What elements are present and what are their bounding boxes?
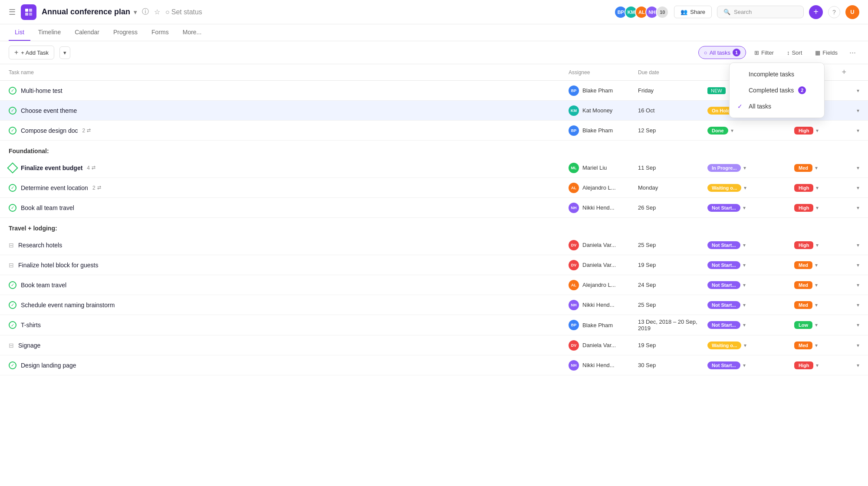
row-more-icon[interactable]: ▾ xyxy=(846,302,859,308)
task-name[interactable]: Choose event theme xyxy=(21,107,77,114)
add-task-button[interactable]: + + Add Task xyxy=(9,46,54,59)
info-icon[interactable]: ⓘ xyxy=(142,7,149,16)
task-check-icon[interactable]: ✓ xyxy=(9,321,16,329)
row-expand-icon[interactable]: ▾ xyxy=(816,362,819,368)
row-more-icon[interactable]: ▾ xyxy=(846,242,859,248)
task-check-icon[interactable]: ✓ xyxy=(9,281,16,289)
fields-button[interactable]: ▦ Fields xyxy=(810,47,842,59)
row-more-icon[interactable]: ▾ xyxy=(846,262,859,268)
sort-button[interactable]: ↕ Sort xyxy=(782,47,807,59)
status-badge[interactable]: Not Start... xyxy=(707,261,740,269)
row-more-icon[interactable]: ▾ xyxy=(846,362,859,368)
task-name[interactable]: Finalize event budget xyxy=(21,164,82,171)
status-badge[interactable]: NEW xyxy=(707,87,726,94)
task-name[interactable]: Book team travel xyxy=(21,282,66,289)
row-expand-icon[interactable]: ▾ xyxy=(815,322,818,328)
task-name[interactable]: Compose design doc xyxy=(21,127,78,134)
priority-badge[interactable]: Med xyxy=(794,164,812,172)
row-expand-icon[interactable]: ▾ xyxy=(815,262,818,268)
status-dropdown-icon[interactable]: ▾ xyxy=(731,128,733,134)
all-tasks-filter-button[interactable]: ○ All tasks 1 xyxy=(698,46,746,59)
status-badge[interactable]: Done xyxy=(707,127,728,135)
status-badge[interactable]: In Progre... xyxy=(707,164,741,172)
status-dropdown-icon[interactable]: ▾ xyxy=(743,262,746,268)
task-check-icon[interactable]: ✓ xyxy=(9,184,16,192)
status-badge[interactable]: Not Start... xyxy=(707,321,740,329)
task-check-icon[interactable]: ✓ xyxy=(9,127,16,135)
task-check-icon[interactable]: ✓ xyxy=(9,87,16,95)
status-dropdown-icon[interactable]: ▾ xyxy=(743,302,746,308)
row-more-icon[interactable]: ▾ xyxy=(846,342,859,348)
row-expand-icon[interactable]: ▾ xyxy=(815,342,818,348)
add-column-button[interactable]: + xyxy=(842,68,846,77)
tab-more[interactable]: More... xyxy=(177,24,208,41)
task-name[interactable]: Research hotels xyxy=(18,242,62,249)
priority-badge[interactable]: Med xyxy=(794,301,812,309)
priority-badge[interactable]: Low xyxy=(794,321,812,329)
status-badge[interactable]: Not Start... xyxy=(707,204,740,212)
priority-badge[interactable]: High xyxy=(794,204,813,212)
status-badge[interactable]: Waiting o... xyxy=(707,184,741,192)
status-badge[interactable]: Waiting o... xyxy=(707,342,741,349)
task-name[interactable]: Multi-home test xyxy=(21,87,62,94)
priority-badge[interactable]: High xyxy=(794,127,813,135)
task-name[interactable]: T-shirts xyxy=(21,322,41,328)
help-button[interactable]: ? xyxy=(828,6,840,18)
row-more-icon[interactable]: ▾ xyxy=(846,165,859,171)
incomplete-tasks-option[interactable]: Incomplete tasks xyxy=(730,66,824,82)
priority-badge[interactable]: Med xyxy=(794,342,812,349)
row-expand-icon[interactable]: ▾ xyxy=(815,165,818,171)
status-dropdown-icon[interactable]: ▾ xyxy=(743,165,746,171)
status-badge[interactable]: Not Start... xyxy=(707,281,740,289)
task-name[interactable]: Design landing page xyxy=(21,362,76,369)
row-more-icon[interactable]: ▾ xyxy=(846,205,859,211)
status-badge[interactable]: Not Start... xyxy=(707,241,740,249)
title-chevron-icon[interactable]: ▾ xyxy=(134,9,137,16)
priority-badge[interactable]: High xyxy=(794,184,813,192)
row-expand-icon[interactable]: ▾ xyxy=(816,205,819,211)
completed-tasks-option[interactable]: Completed tasks 2 xyxy=(730,82,824,99)
task-name[interactable]: Finalize hotel block for guests xyxy=(18,262,98,269)
status-dropdown-icon[interactable]: ▾ xyxy=(743,282,746,288)
add-button[interactable]: + xyxy=(809,5,823,19)
row-more-icon[interactable]: ▾ xyxy=(846,108,859,114)
task-name[interactable]: Signage xyxy=(18,342,40,349)
row-expand-icon[interactable]: ▾ xyxy=(816,185,819,191)
tab-timeline[interactable]: Timeline xyxy=(32,24,67,41)
hamburger-icon[interactable]: ☰ xyxy=(9,7,16,17)
add-task-dropdown-button[interactable]: ▾ xyxy=(59,46,70,59)
share-button[interactable]: 👥 Share xyxy=(674,6,712,18)
priority-badge[interactable]: High xyxy=(794,241,813,249)
set-status-btn[interactable]: ○ Set status xyxy=(165,8,202,16)
priority-badge[interactable]: Med xyxy=(794,261,812,269)
search-bar[interactable]: 🔍 Search xyxy=(717,6,804,18)
row-more-icon[interactable]: ▾ xyxy=(846,322,859,328)
task-name[interactable]: Determine event location xyxy=(21,184,88,191)
status-badge[interactable]: Not Start... xyxy=(707,361,740,369)
task-name[interactable]: Schedule event naming brainstorm xyxy=(21,302,115,309)
status-dropdown-icon[interactable]: ▾ xyxy=(743,242,746,248)
task-name[interactable]: Book all team travel xyxy=(21,204,74,211)
status-dropdown-icon[interactable]: ▾ xyxy=(744,342,746,348)
all-tasks-option[interactable]: ✓ All tasks xyxy=(730,99,824,114)
row-more-icon[interactable]: ▾ xyxy=(846,128,859,134)
row-expand-icon[interactable]: ▾ xyxy=(816,242,819,248)
star-icon[interactable]: ☆ xyxy=(154,8,160,16)
task-check-icon[interactable]: ✓ xyxy=(9,204,16,212)
filter-button[interactable]: ⊞ Filter xyxy=(750,47,779,59)
row-expand-icon[interactable]: ▾ xyxy=(816,128,819,134)
tab-progress[interactable]: Progress xyxy=(107,24,144,41)
priority-badge[interactable]: Med xyxy=(794,281,812,289)
tab-list[interactable]: List xyxy=(9,24,30,41)
row-more-icon[interactable]: ▾ xyxy=(846,185,859,191)
status-dropdown-icon[interactable]: ▾ xyxy=(744,185,746,191)
tab-forms[interactable]: Forms xyxy=(145,24,175,41)
task-check-icon[interactable]: ✓ xyxy=(9,301,16,309)
status-dropdown-icon[interactable]: ▾ xyxy=(743,322,746,328)
task-check-icon[interactable]: ✓ xyxy=(9,361,16,369)
status-dropdown-icon[interactable]: ▾ xyxy=(743,362,746,368)
priority-badge[interactable]: High xyxy=(794,361,813,369)
row-more-icon[interactable]: ▾ xyxy=(846,282,859,288)
user-avatar[interactable]: U xyxy=(845,5,859,19)
row-expand-icon[interactable]: ▾ xyxy=(815,302,818,308)
